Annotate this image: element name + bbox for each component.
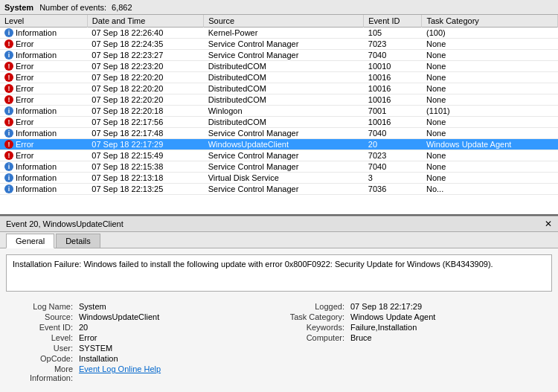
cell-source: Service Control Manager <box>204 39 364 50</box>
error-icon: ! <box>4 39 13 48</box>
cell-eventid: 7036 <box>364 184 422 195</box>
cell-taskcategory: (1101) <box>422 106 558 117</box>
cell-level: !Error <box>0 117 87 128</box>
level-text: Error <box>16 62 33 71</box>
info-icon: i <box>4 106 13 115</box>
info-icon: i <box>4 129 13 138</box>
cell-source: Service Control Manager <box>204 128 364 139</box>
cell-datetime: 07 Sep 18 22:23:27 <box>87 50 203 61</box>
cell-datetime: 07 Sep 18 22:13:25 <box>87 184 203 195</box>
cell-level: iInformation <box>0 128 87 139</box>
table-row[interactable]: !Error07 Sep 18 22:15:49Service Control … <box>0 150 558 161</box>
cell-level: iInformation <box>0 184 87 195</box>
source-value: WindowsUpdateClient <box>79 312 278 321</box>
moreinfo-link[interactable]: Event Log Online Help <box>79 364 278 382</box>
error-icon: ! <box>4 84 13 93</box>
table-row[interactable]: iInformation07 Sep 18 22:15:38Service Co… <box>0 161 558 173</box>
table-row[interactable]: !Error07 Sep 18 22:20:20DistributedCOM10… <box>0 72 558 83</box>
table-row[interactable]: iInformation07 Sep 18 22:26:40Kernel-Pow… <box>0 28 558 39</box>
tab-general[interactable]: General <box>6 234 54 248</box>
taskcategory-label: Task Category: <box>280 312 347 321</box>
cell-eventid: 7040 <box>364 50 422 61</box>
cell-datetime: 07 Sep 18 22:20:18 <box>87 106 203 117</box>
cell-taskcategory: None <box>422 128 558 139</box>
cell-level: iInformation <box>0 106 87 117</box>
empty-label2 <box>280 354 347 363</box>
cell-taskcategory: None <box>422 150 558 161</box>
table-row[interactable]: iInformation07 Sep 18 22:20:18Winlogon70… <box>0 106 558 117</box>
detail-header: Event 20, WindowsUpdateClient ✕ <box>0 216 558 232</box>
table-row[interactable]: iInformation07 Sep 18 22:13:25Service Co… <box>0 184 558 195</box>
table-row[interactable]: !Error07 Sep 18 22:17:29WindowsUpdateCli… <box>0 139 558 150</box>
cell-level: !Error <box>0 61 87 72</box>
cell-source: Service Control Manager <box>204 150 364 161</box>
keywords-value: Failure,Installation <box>350 323 549 332</box>
level-value: Error <box>79 333 278 342</box>
logged-label: Logged: <box>280 302 347 311</box>
empty-value <box>350 344 549 353</box>
level-text: Information <box>16 28 57 37</box>
error-icon: ! <box>4 95 13 104</box>
table-row[interactable]: !Error07 Sep 18 22:23:20DistributedCOM10… <box>0 61 558 72</box>
table-row[interactable]: !Error07 Sep 18 22:20:20DistributedCOM10… <box>0 94 558 106</box>
level-text: Error <box>16 140 33 149</box>
col-header-datetime[interactable]: Date and Time <box>87 15 203 28</box>
table-row[interactable]: !Error07 Sep 18 22:24:35Service Control … <box>0 39 558 50</box>
table-row[interactable]: iInformation07 Sep 18 22:17:48Service Co… <box>0 128 558 139</box>
cell-taskcategory: None <box>422 94 558 106</box>
cell-level: iInformation <box>0 161 87 173</box>
event-message-text: Installation Failure: Windows failed to … <box>13 260 493 269</box>
cell-eventid: 10016 <box>364 72 422 83</box>
cell-datetime: 07 Sep 18 22:13:18 <box>87 173 203 184</box>
user-label: User: <box>9 344 76 353</box>
table-row[interactable]: iInformation07 Sep 18 22:23:27Service Co… <box>0 50 558 61</box>
cell-eventid: 10016 <box>364 83 422 94</box>
computer-value: Bruce <box>350 333 549 342</box>
eventid-value: 20 <box>79 323 278 332</box>
tabs-bar: General Details <box>0 232 558 248</box>
level-text: Error <box>16 84 33 93</box>
taskcategory-value: Windows Update Agent <box>350 312 549 321</box>
cell-source: Winlogon <box>204 106 364 117</box>
cell-source: Virtual Disk Service <box>204 173 364 184</box>
opcode-value: Installation <box>79 354 278 363</box>
cell-taskcategory: None <box>422 117 558 128</box>
tab-details[interactable]: Details <box>56 234 100 248</box>
cell-datetime: 07 Sep 18 22:15:38 <box>87 161 203 173</box>
error-icon: ! <box>4 118 13 126</box>
col-header-taskcategory[interactable]: Task Category <box>422 15 558 28</box>
cell-level: !Error <box>0 139 87 150</box>
cell-source: Service Control Manager <box>204 50 364 61</box>
col-header-eventid[interactable]: Event ID <box>364 15 422 28</box>
event-count-label: Number of events: 6,862 <box>39 3 132 12</box>
error-icon: ! <box>4 151 13 160</box>
cell-eventid: 7023 <box>364 150 422 161</box>
cell-eventid: 7023 <box>364 39 422 50</box>
level-text: Error <box>16 118 33 126</box>
col-header-level[interactable]: Level <box>0 15 87 28</box>
cell-datetime: 07 Sep 18 22:20:20 <box>87 83 203 94</box>
cell-taskcategory: No... <box>422 184 558 195</box>
cell-level: !Error <box>0 83 87 94</box>
table-row[interactable]: iInformation07 Sep 18 22:13:18Virtual Di… <box>0 173 558 184</box>
cell-level: !Error <box>0 150 87 161</box>
cell-datetime: 07 Sep 18 22:17:48 <box>87 128 203 139</box>
empty-label <box>280 344 347 353</box>
cell-taskcategory: None <box>422 72 558 83</box>
level-label: Level: <box>9 333 76 342</box>
empty-value2 <box>350 354 549 363</box>
cell-taskcategory: None <box>422 50 558 61</box>
table-row[interactable]: !Error07 Sep 18 22:20:20DistributedCOM10… <box>0 83 558 94</box>
col-header-source[interactable]: Source <box>204 15 364 28</box>
log-name-value: System <box>79 302 278 311</box>
cell-source: Kernel-Power <box>204 28 364 39</box>
table-row[interactable]: !Error07 Sep 18 22:17:56DistributedCOM10… <box>0 117 558 128</box>
close-icon[interactable]: ✕ <box>545 219 552 229</box>
error-icon: ! <box>4 140 13 149</box>
level-text: Error <box>16 151 33 160</box>
detail-fields-grid: Log Name: System Logged: 07 Sep 18 22:17… <box>0 298 558 387</box>
event-message-box: Installation Failure: Windows failed to … <box>6 254 552 292</box>
cell-source: WindowsUpdateClient <box>204 139 364 150</box>
error-icon: ! <box>4 73 13 82</box>
cell-source: Service Control Manager <box>204 161 364 173</box>
